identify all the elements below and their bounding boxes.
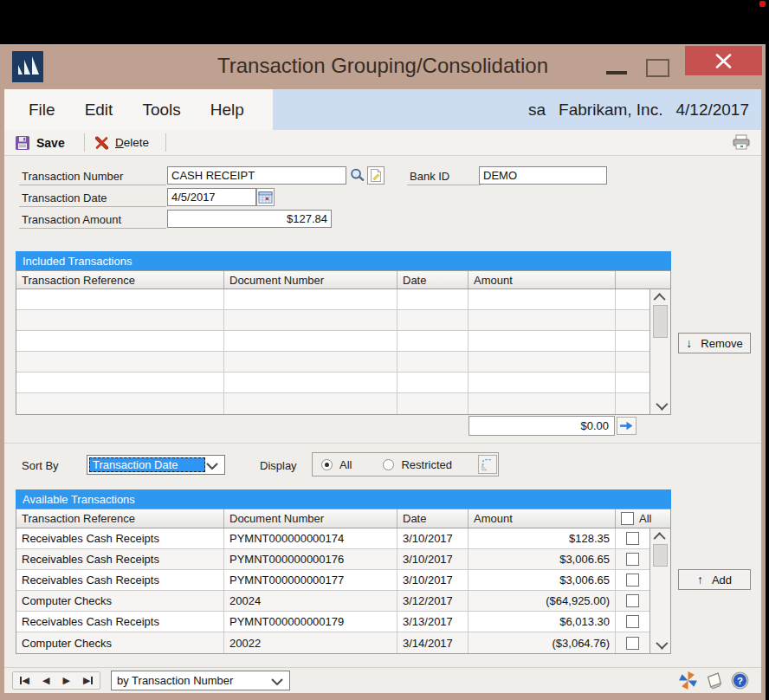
menu-tools[interactable]: Tools: [142, 100, 180, 120]
row-checkbox[interactable]: [626, 615, 639, 628]
expand-total-button[interactable]: [617, 417, 637, 435]
expansion-icon: [480, 457, 495, 472]
column-date[interactable]: Date: [397, 509, 469, 528]
next-record-button[interactable]: ▶: [63, 676, 70, 685]
transaction-amount-field[interactable]: $127.84: [167, 210, 332, 228]
row-checkbox[interactable]: [626, 574, 639, 587]
column-date[interactable]: Date: [397, 271, 469, 288]
save-button[interactable]: Save: [10, 132, 70, 153]
chevron-down-icon: [206, 463, 218, 470]
table-row[interactable]: Receivables Cash ReceiptsPYMNT0000000001…: [16, 549, 649, 570]
table-row-empty[interactable]: [16, 310, 649, 331]
section-divider: [4, 443, 761, 444]
available-vertical-scrollbar[interactable]: [649, 528, 670, 653]
session-company[interactable]: Fabrikam, Inc.: [559, 100, 662, 120]
menu-help[interactable]: Help: [210, 100, 244, 120]
previous-record-button[interactable]: ◀: [42, 676, 49, 685]
table-row[interactable]: Computer Checks200243/12/2017($64,925.00…: [16, 591, 649, 612]
display-expansion-button[interactable]: [478, 455, 497, 474]
save-label: Save: [36, 136, 65, 150]
table-row-empty[interactable]: [16, 331, 649, 352]
transaction-date-field[interactable]: 4/5/2017: [167, 188, 256, 206]
included-rows: [16, 289, 649, 414]
transaction-number-label: Transaction Number: [22, 167, 123, 185]
sort-by-dropdown[interactable]: Transaction Date: [87, 455, 225, 475]
delete-x-icon: [94, 136, 109, 150]
scroll-down-icon[interactable]: [650, 399, 670, 412]
form-area: Transaction Number CASH RECEIPT Bank ID …: [4, 156, 761, 667]
included-table-header: Transaction Reference Document Number Da…: [16, 270, 671, 289]
row-checkbox[interactable]: [626, 532, 639, 545]
column-document-number[interactable]: Document Number: [224, 271, 397, 288]
help-button[interactable]: ?: [731, 671, 749, 693]
column-amount[interactable]: Amount: [469, 271, 616, 288]
bank-id-field[interactable]: DEMO: [479, 166, 607, 185]
calendar-button[interactable]: [256, 188, 275, 206]
remove-button[interactable]: ↓ Remove: [678, 333, 751, 353]
minimize-button[interactable]: [603, 56, 630, 79]
table-row[interactable]: Receivables Cash ReceiptsPYMNT0000000001…: [16, 612, 649, 632]
notes-button[interactable]: [705, 671, 724, 693]
column-transaction-reference[interactable]: Transaction Reference: [16, 271, 224, 288]
print-button[interactable]: [732, 134, 751, 151]
status-bar: ◀ ◀ ▶ ▶ by Transaction Number ?: [4, 667, 761, 693]
session-info: sa Fabrikam, Inc. 4/12/2017: [273, 89, 761, 130]
radio-all[interactable]: [321, 459, 333, 470]
add-button[interactable]: ↑ Add: [678, 569, 751, 590]
scrollbar-thumb[interactable]: [653, 305, 668, 338]
minimize-icon: [606, 71, 627, 75]
close-icon: [715, 54, 732, 68]
menu-file[interactable]: File: [29, 100, 55, 120]
workflow-button[interactable]: [678, 671, 698, 694]
delete-button[interactable]: Delete: [89, 132, 154, 153]
maximize-icon: [646, 59, 669, 77]
view-by-dropdown[interactable]: by Transaction Number: [111, 671, 290, 690]
session-user[interactable]: sa: [528, 100, 546, 120]
note-button[interactable]: [367, 166, 384, 185]
table-row-empty[interactable]: [16, 373, 649, 393]
close-button[interactable]: [685, 46, 762, 75]
transaction-number-field[interactable]: CASH RECEIPT: [167, 166, 346, 185]
screen-background: Transaction Grouping/Consolidation File …: [0, 0, 769, 700]
row-checkbox[interactable]: [626, 553, 639, 566]
included-vertical-scrollbar[interactable]: [649, 289, 670, 414]
menu-edit[interactable]: Edit: [85, 100, 113, 120]
table-row[interactable]: Computer Checks200223/14/2017($3,064.76): [16, 632, 649, 653]
app-window: Transaction Grouping/Consolidation File …: [0, 44, 766, 700]
table-row-empty[interactable]: [16, 393, 649, 414]
scrollbar-thumb[interactable]: [653, 544, 668, 567]
first-record-button[interactable]: ◀: [20, 676, 29, 685]
lookup-button[interactable]: [348, 166, 365, 185]
row-checkbox[interactable]: [626, 594, 639, 607]
table-row[interactable]: Receivables Cash ReceiptsPYMNT0000000001…: [16, 570, 649, 591]
select-all-checkbox[interactable]: [621, 512, 634, 525]
scroll-down-icon[interactable]: [650, 638, 670, 651]
printer-icon: [732, 134, 751, 151]
title-bar: Transaction Grouping/Consolidation: [0, 44, 766, 89]
row-checkbox[interactable]: [626, 637, 639, 650]
column-transaction-reference[interactable]: Transaction Reference: [16, 509, 224, 528]
scroll-up-icon[interactable]: [650, 530, 670, 544]
note-page-icon: [370, 168, 382, 183]
menu-bar: File Edit Tools Help sa Fabrikam, Inc. 4…: [0, 89, 766, 130]
column-amount[interactable]: Amount: [469, 509, 616, 528]
scroll-up-icon[interactable]: [650, 291, 670, 305]
available-table-body: Receivables Cash ReceiptsPYMNT0000000001…: [16, 528, 671, 654]
field-separator: [407, 185, 481, 185]
included-total-field[interactable]: $0.00: [469, 416, 615, 436]
delete-label: Delete: [115, 136, 149, 149]
available-transactions-header: Available Transactions: [16, 489, 671, 509]
display-label: Display: [260, 457, 297, 474]
table-row[interactable]: Receivables Cash ReceiptsPYMNT0000000001…: [16, 528, 649, 549]
session-date[interactable]: 4/12/2017: [675, 100, 749, 120]
column-document-number[interactable]: Document Number: [224, 509, 397, 528]
column-empty: [616, 271, 670, 288]
table-row-empty[interactable]: [16, 289, 649, 310]
radio-restricted[interactable]: [383, 459, 394, 470]
transaction-date-label: Transaction Date: [22, 189, 107, 206]
last-record-button[interactable]: ▶: [83, 676, 93, 685]
table-row-empty[interactable]: [16, 352, 649, 373]
toolbar-separator: [84, 133, 85, 152]
display-option-group: All Restricted: [312, 452, 499, 476]
maximize-button[interactable]: [644, 57, 670, 78]
